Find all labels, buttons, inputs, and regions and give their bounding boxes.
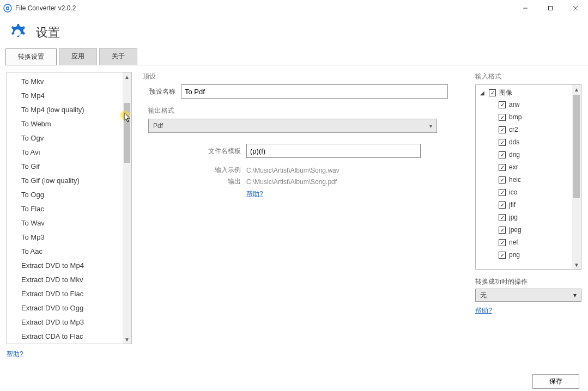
filename-template-label: 文件名模板 (143, 146, 241, 156)
preset-list: To MkvTo Mp4To Mp4 (low quality)To WebmT… (7, 72, 132, 344)
preset-item[interactable]: To Gif (low quality) (7, 174, 123, 188)
checkbox-images-all[interactable] (489, 89, 496, 96)
tree-item-label: arw (509, 100, 519, 110)
scroll-up-icon[interactable]: ▲ (572, 85, 581, 94)
scroll-thumb[interactable] (124, 103, 130, 163)
tree-item-label: jpg (509, 212, 518, 223)
preset-item[interactable]: Extract DVD to Mp3 (7, 315, 123, 329)
checkbox-jfif[interactable] (499, 201, 506, 209)
tab-about[interactable]: 关于 (99, 48, 137, 65)
save-button[interactable]: 保存 (532, 374, 579, 389)
tree-item[interactable]: ico (476, 186, 572, 199)
tree-category-label: 图像 (499, 88, 512, 97)
tree-item-label: ico (509, 187, 517, 198)
maximize-button[interactable] (538, 0, 563, 16)
preset-item[interactable]: Extract DVD to Ogg (7, 301, 123, 315)
preset-item[interactable]: To Ogv (7, 131, 123, 145)
success-action-label: 转换成功时的操作 (475, 277, 581, 286)
tree-item-label: dng (509, 150, 520, 160)
title-bar: File Converter v2.0.2 (0, 0, 588, 16)
page-title: 设置 (36, 25, 60, 41)
window-title: File Converter v2.0.2 (15, 4, 76, 12)
preset-item[interactable]: To Mp4 (low quality) (7, 103, 123, 117)
checkbox-jpeg[interactable] (499, 227, 506, 234)
preset-scrollbar[interactable]: ▲ ▼ (123, 72, 131, 344)
tree-item[interactable]: jpg (476, 211, 572, 224)
output-example-label: 输出 (143, 177, 241, 186)
preset-item[interactable]: To Flac (7, 202, 123, 216)
preset-item[interactable]: Extract DVD to Mkv (7, 273, 123, 287)
tab-conversion-settings[interactable]: 转换设置 (5, 48, 57, 65)
tree-category-images[interactable]: ◢ 图像 (476, 87, 572, 99)
preset-item[interactable]: To Mp3 (7, 230, 123, 245)
tree-item[interactable]: arw (476, 99, 572, 111)
app-icon (3, 4, 12, 13)
svg-rect-2 (7, 8, 9, 9)
presets-help-link[interactable]: 帮助? (7, 350, 23, 359)
tree-item-label: bmp (509, 112, 522, 123)
output-format-label: 输出格式 (148, 106, 462, 115)
scroll-down-icon[interactable]: ▼ (123, 335, 131, 344)
preset-name-input[interactable] (181, 84, 448, 99)
tree-item[interactable]: exr (476, 161, 572, 174)
checkbox-dng[interactable] (499, 151, 506, 158)
tree-item[interactable]: heic (476, 174, 572, 186)
input-format-label: 输入格式 (475, 72, 581, 81)
input-example-label: 输入示例 (143, 166, 241, 175)
tree-item-label: cr2 (509, 125, 518, 135)
checkbox-bmp[interactable] (499, 114, 506, 121)
template-help-link[interactable]: 帮助? (246, 190, 263, 199)
tree-item-label: exr (509, 162, 518, 173)
tree-item[interactable]: dng (476, 149, 572, 161)
gear-icon (7, 22, 28, 44)
checkbox-cr2[interactable] (499, 126, 506, 133)
checkbox-arw[interactable] (499, 101, 506, 108)
preset-item[interactable]: To Wav (7, 216, 123, 230)
success-action-help-link[interactable]: 帮助? (475, 306, 492, 315)
svg-point-7 (14, 29, 21, 36)
tab-bar: 转换设置 应用 关于 (5, 48, 588, 65)
tree-item-label: dds (509, 137, 519, 148)
preset-name-label: 预设名称 (143, 87, 175, 96)
scroll-thumb[interactable] (573, 95, 580, 198)
tree-item[interactable]: dds (476, 136, 572, 149)
preset-item[interactable]: To Ogg (7, 188, 123, 202)
svg-rect-4 (549, 7, 553, 10)
filename-template-input[interactable] (246, 144, 421, 158)
preset-item[interactable]: Extract DVD to Mp4 (7, 259, 123, 273)
tree-item[interactable]: cr2 (476, 124, 572, 136)
checkbox-exr[interactable] (499, 164, 506, 171)
tab-application[interactable]: 应用 (59, 48, 97, 65)
preset-item[interactable]: To Mkv (7, 75, 123, 89)
preset-item[interactable]: To Webm (7, 117, 123, 131)
checkbox-heic[interactable] (499, 176, 506, 184)
preset-item[interactable]: Extract DVD to Flac (7, 287, 123, 301)
tree-expand-icon[interactable]: ◢ (480, 90, 486, 96)
tree-item[interactable]: png (476, 249, 572, 261)
preset-item[interactable]: To Mp4 (7, 89, 123, 103)
checkbox-jpg[interactable] (499, 214, 506, 221)
tree-item[interactable]: bmp (476, 111, 572, 124)
scroll-down-icon[interactable]: ▼ (572, 260, 581, 269)
preset-item[interactable]: Extract CDA to Flac (7, 329, 123, 344)
input-format-tree: ◢ 图像 arwbmpcr2ddsdngexrheicicojfifjpgjpe… (475, 84, 581, 270)
input-example-value: C:\Music\Artist\Album\Song.wav (246, 167, 340, 174)
close-button[interactable] (563, 0, 588, 16)
output-format-select[interactable]: Pdf ▾ (148, 119, 437, 133)
checkbox-ico[interactable] (499, 189, 506, 196)
scroll-up-icon[interactable]: ▲ (123, 72, 131, 81)
preset-item[interactable]: To Gif (7, 160, 123, 174)
tree-item[interactable]: jfif (476, 199, 572, 211)
preset-item[interactable]: To Avi (7, 145, 123, 160)
checkbox-dds[interactable] (499, 139, 506, 146)
tree-item[interactable]: jpeg (476, 224, 572, 236)
tree-item[interactable]: nef (476, 236, 572, 249)
checkbox-nef[interactable] (499, 239, 506, 246)
minimize-button[interactable] (513, 0, 538, 16)
success-action-select[interactable]: 无 ▾ (475, 289, 581, 302)
success-action-value: 无 (480, 291, 487, 300)
tree-scrollbar[interactable]: ▲ ▼ (572, 85, 581, 269)
checkbox-png[interactable] (499, 252, 506, 259)
preset-item[interactable]: To Aac (7, 245, 123, 259)
page-header: 设置 (0, 16, 588, 48)
